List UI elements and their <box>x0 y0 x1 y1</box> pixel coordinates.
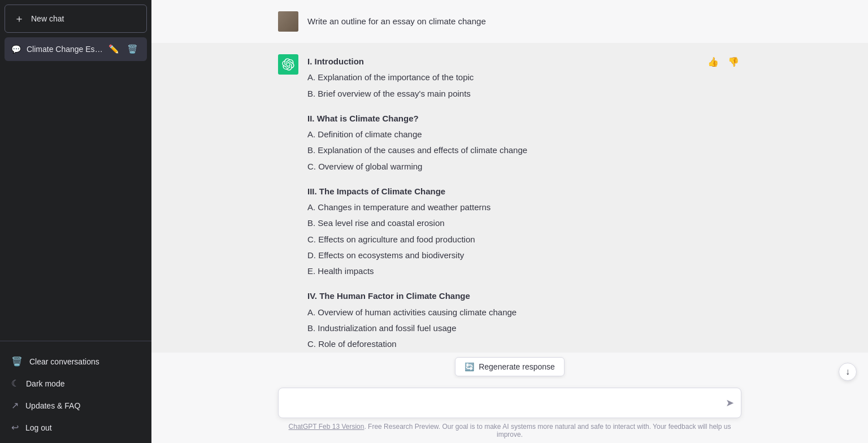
section-item-1b: B. Brief overview of the essay's main po… <box>307 86 741 101</box>
new-chat-label: New chat <box>31 14 64 23</box>
input-area: ➤ ChatGPT Feb 13 Version. Free Research … <box>151 379 868 443</box>
section-item-3b: B. Sea level rise and coastal erosion <box>307 216 741 231</box>
section-heading-1: I. Introduction <box>307 54 741 69</box>
clear-icon: 🗑️ <box>11 356 23 367</box>
version-link[interactable]: ChatGPT Feb 13 Version <box>289 423 364 431</box>
edit-chat-button[interactable]: ✏️ <box>106 43 121 55</box>
section-item-1a: A. Explanation of the importance of the … <box>307 70 741 85</box>
delete-chat-button[interactable]: 🗑️ <box>125 43 140 55</box>
regenerate-icon: 🔄 <box>465 362 474 371</box>
logout-icon: ↩ <box>11 422 19 433</box>
thumbs-up-button[interactable]: 👍 <box>705 54 721 70</box>
section-item-4a: A. Overview of human activities causing … <box>307 305 741 320</box>
footer-note: ChatGPT Feb 13 Version. Free Research Pr… <box>278 423 741 438</box>
sidebar-footer: 🗑️ Clear conversations ☾ Dark mode ↗ Upd… <box>0 346 151 443</box>
user-message-text: Write an outline for an essay on climate… <box>307 11 486 28</box>
section-item-4b: B. Industrialization and fossil fuel usa… <box>307 321 741 336</box>
new-chat-button[interactable]: ＋ New chat <box>5 5 147 33</box>
section-heading-4: IV. The Human Factor in Climate Change <box>307 289 741 303</box>
updates-label: Updates & FAQ <box>25 401 80 410</box>
external-link-icon: ↗ <box>11 400 19 411</box>
ai-message-wrapper: I. Introduction A. Explanation of the im… <box>151 43 868 353</box>
sidebar: ＋ New chat 💬 Climate Change Essay. ✏️ 🗑️… <box>0 0 151 443</box>
dark-mode-button[interactable]: ☾ Dark mode <box>5 372 147 394</box>
logout-label: Log out <box>25 423 52 432</box>
regenerate-label: Regenerate response <box>479 362 555 371</box>
user-message-wrapper: Write an outline for an essay on climate… <box>151 0 868 43</box>
logout-button[interactable]: ↩ Log out <box>5 416 147 438</box>
chevron-down-icon: ↓ <box>845 367 850 377</box>
footer-text: . Free Research Preview. Our goal is to … <box>364 423 731 438</box>
chat-bubble-icon: 💬 <box>11 45 21 54</box>
section-item-3e: E. Health impacts <box>307 264 741 279</box>
main-area: Write an outline for an essay on climate… <box>151 0 868 443</box>
input-container: ➤ <box>278 388 741 418</box>
updates-faq-button[interactable]: ↗ Updates & FAQ <box>5 394 147 416</box>
section-heading-2: II. What is Climate Change? <box>307 111 741 126</box>
regenerate-container: 🔄 Regenerate response <box>151 357 868 376</box>
user-avatar <box>278 11 298 32</box>
section-item-3c: C. Effects on agriculture and food produ… <box>307 232 741 247</box>
chat-item-left: 💬 Climate Change Essay. <box>11 45 106 54</box>
ai-message-content: I. Introduction A. Explanation of the im… <box>307 54 741 353</box>
chat-item-actions: ✏️ 🗑️ <box>106 43 140 55</box>
section-item-2b: B. Explanation of the causes and effects… <box>307 143 741 158</box>
section-item-3a: A. Changes in temperature and weather pa… <box>307 200 741 215</box>
section-item-2c: C. Overview of global warming <box>307 159 741 174</box>
chat-input[interactable] <box>279 388 741 418</box>
scroll-down-button[interactable]: ↓ <box>839 363 857 381</box>
chat-item-label: Climate Change Essay. <box>27 45 106 54</box>
clear-label: Clear conversations <box>29 357 99 366</box>
plus-icon: ＋ <box>14 12 24 25</box>
moon-icon: ☾ <box>11 378 19 389</box>
ai-avatar <box>278 54 298 75</box>
section-item-3d: D. Effects on ecosystems and biodiversit… <box>307 248 741 263</box>
section-item-2a: A. Definition of climate change <box>307 127 741 142</box>
clear-conversations-button[interactable]: 🗑️ Clear conversations <box>5 350 147 372</box>
chat-list: 💬 Climate Change Essay. ✏️ 🗑️ <box>0 35 151 336</box>
regenerate-button[interactable]: 🔄 Regenerate response <box>455 357 565 376</box>
ai-message-actions: 👍 👎 <box>705 54 741 70</box>
user-message: Write an outline for an essay on climate… <box>255 11 764 32</box>
section-item-4c: C. Role of deforestation <box>307 337 741 351</box>
sidebar-divider <box>0 341 151 341</box>
chat-item[interactable]: 💬 Climate Change Essay. ✏️ 🗑️ <box>5 37 147 61</box>
send-icon: ➤ <box>726 397 734 409</box>
section-heading-3: III. The Impacts of Climate Change <box>307 184 741 199</box>
thumbs-down-button[interactable]: 👎 <box>726 54 741 70</box>
dark-mode-label: Dark mode <box>26 379 64 388</box>
chat-area: Write an outline for an essay on climate… <box>151 0 868 353</box>
ai-message: I. Introduction A. Explanation of the im… <box>255 54 764 353</box>
send-button[interactable]: ➤ <box>726 397 734 409</box>
avatar-image <box>278 11 298 32</box>
